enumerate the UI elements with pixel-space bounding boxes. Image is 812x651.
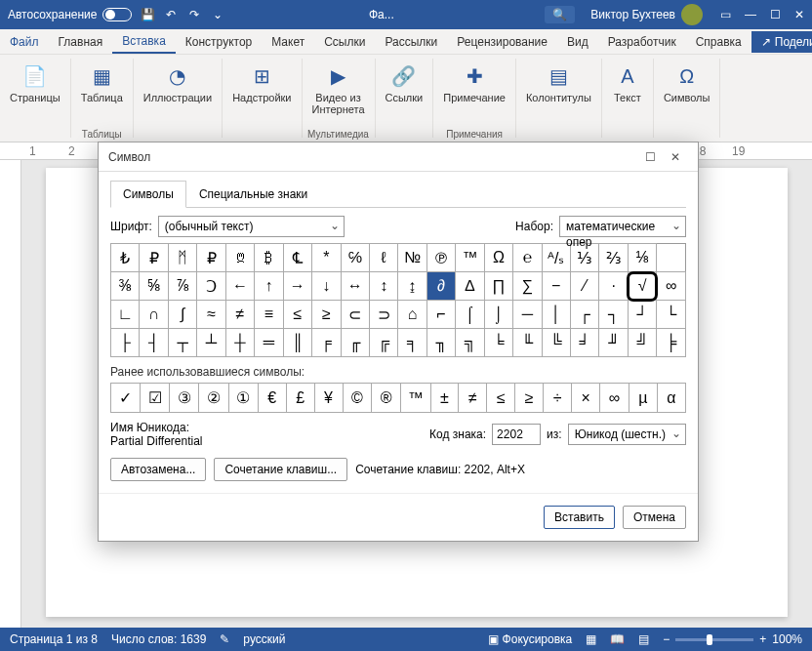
recent-char-cell[interactable]: ☑: [140, 384, 169, 413]
char-cell[interactable]: ℮: [513, 244, 542, 272]
zoom-slider[interactable]: [675, 638, 753, 641]
char-cell[interactable]: ╙: [513, 329, 542, 357]
save-icon[interactable]: 💾: [140, 7, 155, 22]
view-print-icon[interactable]: ▦: [586, 632, 596, 646]
tab-insert[interactable]: Вставка: [112, 30, 176, 54]
char-cell[interactable]: ∕: [571, 272, 599, 301]
char-cell[interactable]: ≡: [255, 301, 283, 329]
char-cell[interactable]: ⌡: [484, 301, 512, 329]
char-cell[interactable]: ∂: [426, 272, 455, 301]
tab-design[interactable]: Конструктор: [176, 31, 262, 53]
char-cell[interactable]: ═: [255, 329, 283, 357]
ribbon-addins[interactable]: ⊞Надстройки: [223, 59, 302, 138]
char-cell[interactable]: ╓: [341, 329, 369, 357]
qat-dropdown-icon[interactable]: ⌄: [210, 7, 225, 22]
tab-developer[interactable]: Разработчик: [598, 31, 686, 53]
ribbon-options-icon[interactable]: ▭: [720, 8, 731, 21]
char-cell[interactable]: ∞: [657, 272, 686, 301]
tab-review[interactable]: Рецензирование: [447, 31, 557, 53]
recent-char-cell[interactable]: ±: [430, 384, 459, 413]
tab-view[interactable]: Вид: [557, 31, 598, 53]
char-cell[interactable]: ℓ: [369, 244, 397, 272]
char-cell[interactable]: ∆: [456, 272, 484, 301]
char-cell[interactable]: ℗: [426, 244, 455, 272]
recent-char-cell[interactable]: ¥: [314, 384, 343, 413]
redo-icon[interactable]: ↷: [186, 7, 202, 22]
char-cell[interactable]: ↕: [369, 272, 397, 301]
char-cell[interactable]: │: [542, 301, 570, 329]
char-cell[interactable]: ⊃: [369, 301, 397, 329]
char-cell[interactable]: ₿: [255, 244, 283, 272]
char-cell[interactable]: ╞: [657, 329, 686, 357]
status-words[interactable]: Число слов: 1639: [111, 632, 206, 646]
user-account[interactable]: Виктор Бухтеев: [590, 4, 703, 25]
dialog-maximize-icon[interactable]: ☐: [637, 150, 663, 164]
tab-file[interactable]: Файл: [0, 31, 49, 53]
code-input[interactable]: [492, 424, 541, 445]
char-cell[interactable]: ┘: [628, 301, 656, 329]
char-cell[interactable]: ℄: [283, 244, 311, 272]
view-web-icon[interactable]: ▤: [638, 632, 649, 646]
char-cell[interactable]: ╝: [628, 329, 656, 357]
char-cell[interactable]: ᛗ: [168, 244, 196, 272]
char-cell[interactable]: ↨: [398, 272, 426, 301]
recent-char-cell[interactable]: ②: [199, 384, 228, 413]
tab-references[interactable]: Ссылки: [314, 31, 375, 53]
char-cell[interactable]: №: [398, 244, 426, 272]
undo-icon[interactable]: ↶: [163, 7, 179, 22]
tab-symbols[interactable]: Символы: [110, 181, 186, 208]
char-cell[interactable]: ╗: [456, 329, 484, 357]
char-cell[interactable]: ╒: [312, 329, 341, 357]
maximize-icon[interactable]: ☐: [770, 8, 781, 21]
char-cell[interactable]: ↓: [312, 272, 341, 301]
cancel-button[interactable]: Отмена: [623, 506, 686, 529]
char-cell[interactable]: ↔: [341, 272, 369, 301]
focus-mode-button[interactable]: ▣ Фокусировка: [488, 632, 572, 646]
zoom-control[interactable]: − + 100%: [663, 632, 802, 646]
char-cell[interactable]: ℅: [341, 244, 369, 272]
insert-button[interactable]: Вставить: [544, 506, 615, 529]
char-cell[interactable]: ≥: [312, 301, 341, 329]
ribbon-pages[interactable]: 📄Страницы: [0, 59, 71, 138]
char-cell[interactable]: ┼: [225, 329, 254, 357]
char-cell[interactable]: ╜: [599, 329, 628, 357]
ribbon-comment[interactable]: ✚ПримечаниеПримечания: [433, 59, 516, 138]
zoom-value[interactable]: 100%: [772, 632, 802, 646]
char-cell[interactable]: ⅜: [111, 272, 140, 301]
char-cell[interactable]: ⌠: [456, 301, 484, 329]
char-cell[interactable]: ├: [111, 329, 140, 357]
status-page[interactable]: Страница 1 из 8: [10, 632, 98, 646]
autosave-toggle[interactable]: Автосохранение: [8, 8, 132, 21]
tab-mailings[interactable]: Рассылки: [375, 31, 447, 53]
char-cell[interactable]: ╔: [369, 329, 397, 357]
close-icon[interactable]: ✕: [794, 8, 804, 21]
char-cell[interactable]: ╚: [542, 329, 570, 357]
char-cell[interactable]: ║: [283, 329, 311, 357]
recent-char-cell[interactable]: ∞: [600, 384, 629, 413]
char-cell[interactable]: └: [657, 301, 686, 329]
recent-char-cell[interactable]: ®: [372, 384, 401, 413]
char-cell[interactable]: ↑: [255, 272, 283, 301]
char-cell[interactable]: ⅔: [599, 244, 628, 272]
char-cell[interactable]: ₺: [111, 244, 140, 272]
recent-char-cell[interactable]: α: [657, 384, 685, 413]
recent-char-cell[interactable]: ①: [228, 384, 258, 413]
ribbon-video[interactable]: ▶Видео из ИнтернетаМультимедиа: [303, 59, 376, 138]
zoom-out-icon[interactable]: −: [663, 632, 670, 646]
char-cell[interactable]: ╕: [398, 329, 426, 357]
char-cell[interactable]: ─: [513, 301, 542, 329]
recent-char-cell[interactable]: ™: [400, 384, 430, 413]
char-cell[interactable]: ⌂: [398, 301, 426, 329]
char-cell[interactable]: ┴: [197, 329, 225, 357]
ribbon-illustrations[interactable]: ◔Иллюстрации: [134, 59, 223, 138]
recent-char-cell[interactable]: €: [258, 384, 286, 413]
char-cell[interactable]: ∑: [513, 272, 542, 301]
recent-char-cell[interactable]: ✓: [111, 384, 141, 413]
recent-char-cell[interactable]: ③: [170, 384, 199, 413]
ribbon-headers[interactable]: ▤Колонтитулы: [516, 59, 602, 138]
recent-char-cell[interactable]: ×: [572, 384, 600, 413]
char-cell[interactable]: ╘: [484, 329, 512, 357]
char-cell[interactable]: ∏: [484, 272, 512, 301]
char-cell[interactable]: ⅝: [140, 272, 168, 301]
char-cell[interactable]: ≈: [197, 301, 225, 329]
